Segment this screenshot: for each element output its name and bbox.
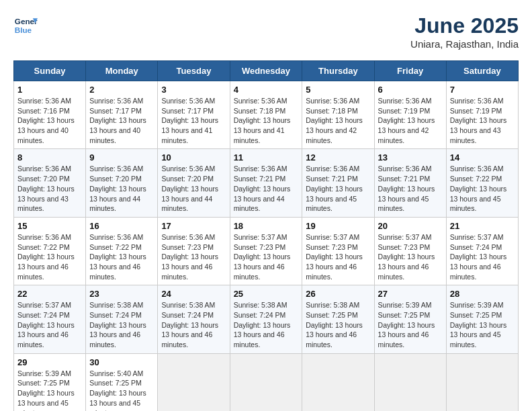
- table-row: 15 Sunrise: 5:36 AMSunset: 7:22 PMDaylig…: [14, 217, 86, 285]
- col-sunday: Sunday: [14, 61, 86, 81]
- day-number: 28: [450, 289, 515, 299]
- day-number: 11: [234, 152, 299, 163]
- day-detail: Sunrise: 5:36 AMSunset: 7:18 PMDaylight:…: [234, 96, 299, 145]
- table-row: 30 Sunrise: 5:40 AMSunset: 7:25 PMDaylig…: [86, 353, 158, 411]
- table-row: [158, 353, 230, 411]
- table-row: 8 Sunrise: 5:36 AMSunset: 7:20 PMDayligh…: [14, 149, 86, 217]
- day-detail: Sunrise: 5:36 AMSunset: 7:19 PMDaylight:…: [450, 96, 515, 145]
- svg-text:General: General: [15, 17, 38, 26]
- table-row: 21 Sunrise: 5:37 AMSunset: 7:24 PMDaylig…: [446, 217, 518, 285]
- table-row: 22 Sunrise: 5:37 AMSunset: 7:24 PMDaylig…: [14, 285, 86, 353]
- table-row: 10 Sunrise: 5:36 AMSunset: 7:20 PMDaylig…: [158, 149, 230, 217]
- day-number: 22: [17, 289, 82, 299]
- day-number: 19: [306, 221, 370, 231]
- logo: General Blue: [13, 13, 38, 38]
- day-detail: Sunrise: 5:36 AMSunset: 7:22 PMDaylight:…: [450, 164, 515, 213]
- day-number: 15: [17, 221, 82, 231]
- col-thursday: Thursday: [302, 61, 374, 81]
- table-row: 27 Sunrise: 5:39 AMSunset: 7:25 PMDaylig…: [374, 285, 446, 353]
- table-row: 18 Sunrise: 5:37 AMSunset: 7:23 PMDaylig…: [230, 217, 302, 285]
- day-detail: Sunrise: 5:36 AMSunset: 7:21 PMDaylight:…: [234, 164, 299, 213]
- day-number: 5: [306, 85, 370, 95]
- day-number: 14: [450, 152, 515, 163]
- day-detail: Sunrise: 5:39 AMSunset: 7:25 PMDaylight:…: [450, 300, 515, 349]
- table-row: [374, 353, 446, 411]
- calendar-week-row: 29 Sunrise: 5:39 AMSunset: 7:25 PMDaylig…: [14, 353, 519, 411]
- table-row: 24 Sunrise: 5:38 AMSunset: 7:24 PMDaylig…: [158, 285, 230, 353]
- day-detail: Sunrise: 5:36 AMSunset: 7:20 PMDaylight:…: [89, 164, 154, 213]
- day-number: 3: [161, 85, 226, 95]
- table-row: 9 Sunrise: 5:36 AMSunset: 7:20 PMDayligh…: [86, 149, 158, 217]
- col-monday: Monday: [86, 61, 158, 81]
- day-detail: Sunrise: 5:38 AMSunset: 7:24 PMDaylight:…: [161, 300, 226, 349]
- table-row: 17 Sunrise: 5:36 AMSunset: 7:23 PMDaylig…: [158, 217, 230, 285]
- weekday-header-row: Sunday Monday Tuesday Wednesday Thursday…: [14, 61, 519, 81]
- col-friday: Friday: [374, 61, 446, 81]
- day-number: 13: [378, 152, 443, 163]
- header: General Blue June 2025 Uniara, Rajasthan…: [13, 13, 519, 50]
- day-number: 17: [161, 221, 226, 231]
- day-number: 24: [161, 289, 226, 299]
- table-row: 20 Sunrise: 5:37 AMSunset: 7:23 PMDaylig…: [374, 217, 446, 285]
- day-detail: Sunrise: 5:37 AMSunset: 7:23 PMDaylight:…: [306, 232, 370, 281]
- table-row: 12 Sunrise: 5:36 AMSunset: 7:21 PMDaylig…: [302, 149, 374, 217]
- table-row: 16 Sunrise: 5:36 AMSunset: 7:22 PMDaylig…: [86, 217, 158, 285]
- day-detail: Sunrise: 5:40 AMSunset: 7:25 PMDaylight:…: [89, 369, 154, 411]
- title-area: June 2025 Uniara, Rajasthan, India: [410, 13, 519, 50]
- day-detail: Sunrise: 5:36 AMSunset: 7:22 PMDaylight:…: [89, 232, 154, 281]
- day-detail: Sunrise: 5:38 AMSunset: 7:24 PMDaylight:…: [89, 300, 154, 349]
- day-number: 16: [89, 221, 154, 231]
- table-row: 5 Sunrise: 5:36 AMSunset: 7:18 PMDayligh…: [302, 81, 374, 149]
- day-detail: Sunrise: 5:37 AMSunset: 7:24 PMDaylight:…: [450, 232, 515, 281]
- day-detail: Sunrise: 5:36 AMSunset: 7:20 PMDaylight:…: [161, 164, 226, 213]
- calendar-week-row: 1 Sunrise: 5:36 AMSunset: 7:16 PMDayligh…: [14, 81, 519, 149]
- table-row: [302, 353, 374, 411]
- day-number: 30: [89, 357, 154, 367]
- day-number: 18: [234, 221, 299, 231]
- calendar-table: Sunday Monday Tuesday Wednesday Thursday…: [13, 60, 519, 411]
- day-detail: Sunrise: 5:36 AMSunset: 7:19 PMDaylight:…: [378, 96, 443, 145]
- day-detail: Sunrise: 5:36 AMSunset: 7:21 PMDaylight:…: [378, 164, 443, 213]
- table-row: 19 Sunrise: 5:37 AMSunset: 7:23 PMDaylig…: [302, 217, 374, 285]
- day-number: 4: [234, 85, 299, 95]
- day-number: 10: [161, 152, 226, 163]
- day-number: 26: [306, 289, 370, 299]
- col-saturday: Saturday: [446, 61, 518, 81]
- day-number: 23: [89, 289, 154, 299]
- table-row: [446, 353, 518, 411]
- month-title: June 2025: [410, 13, 519, 38]
- table-row: 13 Sunrise: 5:36 AMSunset: 7:21 PMDaylig…: [374, 149, 446, 217]
- table-row: 26 Sunrise: 5:38 AMSunset: 7:25 PMDaylig…: [302, 285, 374, 353]
- calendar-week-row: 8 Sunrise: 5:36 AMSunset: 7:20 PMDayligh…: [14, 149, 519, 217]
- table-row: 7 Sunrise: 5:36 AMSunset: 7:19 PMDayligh…: [446, 81, 518, 149]
- day-detail: Sunrise: 5:37 AMSunset: 7:23 PMDaylight:…: [378, 232, 443, 281]
- day-number: 20: [378, 221, 443, 231]
- col-tuesday: Tuesday: [158, 61, 230, 81]
- day-number: 6: [378, 85, 443, 95]
- table-row: 1 Sunrise: 5:36 AMSunset: 7:16 PMDayligh…: [14, 81, 86, 149]
- table-row: 4 Sunrise: 5:36 AMSunset: 7:18 PMDayligh…: [230, 81, 302, 149]
- table-row: 29 Sunrise: 5:39 AMSunset: 7:25 PMDaylig…: [14, 353, 86, 411]
- location-title: Uniara, Rajasthan, India: [410, 38, 519, 50]
- logo-icon: General Blue: [13, 13, 38, 38]
- day-number: 7: [450, 85, 515, 95]
- day-detail: Sunrise: 5:37 AMSunset: 7:24 PMDaylight:…: [17, 300, 82, 349]
- day-number: 25: [234, 289, 299, 299]
- day-detail: Sunrise: 5:39 AMSunset: 7:25 PMDaylight:…: [17, 369, 82, 411]
- day-detail: Sunrise: 5:39 AMSunset: 7:25 PMDaylight:…: [378, 300, 443, 349]
- calendar-week-row: 22 Sunrise: 5:37 AMSunset: 7:24 PMDaylig…: [14, 285, 519, 353]
- table-row: 28 Sunrise: 5:39 AMSunset: 7:25 PMDaylig…: [446, 285, 518, 353]
- day-number: 21: [450, 221, 515, 231]
- day-number: 29: [17, 357, 82, 367]
- day-detail: Sunrise: 5:38 AMSunset: 7:24 PMDaylight:…: [234, 300, 299, 349]
- day-number: 8: [17, 152, 82, 163]
- col-wednesday: Wednesday: [230, 61, 302, 81]
- table-row: 23 Sunrise: 5:38 AMSunset: 7:24 PMDaylig…: [86, 285, 158, 353]
- table-row: [230, 353, 302, 411]
- day-number: 1: [17, 85, 82, 95]
- day-detail: Sunrise: 5:36 AMSunset: 7:18 PMDaylight:…: [306, 96, 370, 145]
- day-detail: Sunrise: 5:36 AMSunset: 7:21 PMDaylight:…: [306, 164, 370, 213]
- day-number: 12: [306, 152, 370, 163]
- day-detail: Sunrise: 5:36 AMSunset: 7:17 PMDaylight:…: [89, 96, 154, 145]
- table-row: 6 Sunrise: 5:36 AMSunset: 7:19 PMDayligh…: [374, 81, 446, 149]
